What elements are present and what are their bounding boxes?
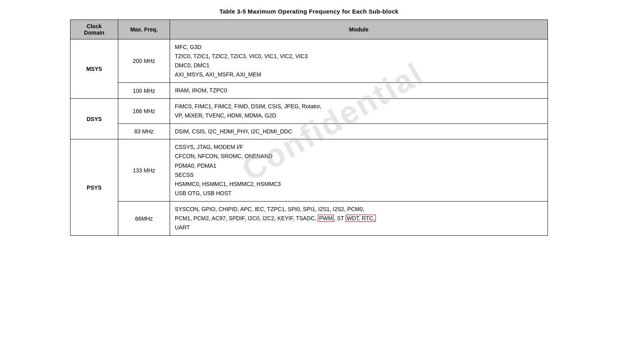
module-psys-66: SYSCON, GPIO, CHIPID, APC, IEC, TZPC1, S… xyxy=(170,201,548,235)
freq-166mhz: 166 MHz xyxy=(118,98,170,123)
table-row: 66MHz SYSCON, GPIO, CHIPID, APC, IEC, TZ… xyxy=(70,201,548,235)
highlight-wdt: WDT, RTC, xyxy=(346,215,376,222)
freq-133mhz: 133 MHz xyxy=(118,139,170,202)
table-row: DSYS 166 MHz FIMC0, FIMC1, FIMC2, FIMD, … xyxy=(70,98,548,123)
freq-83mhz: 83 MHz xyxy=(118,123,170,139)
freq-100mhz: 100 MHz xyxy=(118,83,170,98)
domain-psys: PSYS xyxy=(70,139,118,236)
module-dsys-166: FIMC0, FIMC1, FIMC2, FIMD, DSIM, CSIS, J… xyxy=(170,98,548,123)
table-title: Table 3-5 Maximum Operating Frequency fo… xyxy=(70,8,548,15)
frequency-table: ClockDomain Max. Freq. Module MSYS 200 M… xyxy=(70,20,548,236)
domain-msys: MSYS xyxy=(70,39,118,99)
module-msys-200: MFC, G3D TZIC0, TZIC1, TZIC2, TZIC3, VIC… xyxy=(170,39,548,83)
table-row: MSYS 200 MHz MFC, G3D TZIC0, TZIC1, TZIC… xyxy=(70,39,548,83)
domain-dsys: DSYS xyxy=(70,98,118,139)
header-clock-domain: ClockDomain xyxy=(70,20,118,39)
header-max-freq: Max. Freq. xyxy=(118,20,170,39)
module-psys-133: CSSYS, JTAG, MODEM I/F CFCON, NFCON, SRO… xyxy=(170,139,548,202)
header-module: Module xyxy=(170,20,548,39)
table-row: 83 MHz DSIM, CSIS, I2C_HDMI_PHY, I2C_HDM… xyxy=(70,123,548,139)
freq-66mhz: 66MHz xyxy=(118,201,170,235)
highlight-pwm: PWM xyxy=(318,215,334,222)
table-row: PSYS 133 MHz CSSYS, JTAG, MODEM I/F CFCO… xyxy=(70,139,548,202)
freq-200mhz: 200 MHz xyxy=(118,39,170,83)
module-dsys-83: DSIM, CSIS, I2C_HDMI_PHY, I2C_HDMI_DDC xyxy=(170,123,548,139)
table-row: 100 MHz IRAM, IROM, TZPC0 xyxy=(70,83,548,98)
module-msys-100: IRAM, IROM, TZPC0 xyxy=(170,83,548,98)
